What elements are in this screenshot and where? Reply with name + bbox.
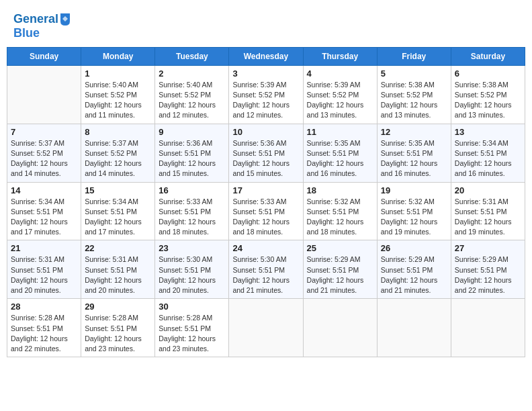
day-info: Sunrise: 5:33 AMSunset: 5:51 PMDaylight:… <box>232 197 299 238</box>
day-number: 7 <box>11 127 77 137</box>
day-number: 26 <box>381 243 447 253</box>
day-number: 17 <box>232 185 299 195</box>
day-number: 1 <box>85 68 151 79</box>
calendar-cell: 24Sunrise: 5:30 AMSunset: 5:51 PMDayligh… <box>229 240 303 299</box>
day-header-tuesday: Tuesday <box>155 47 229 65</box>
day-info: Sunrise: 5:37 AMSunset: 5:52 PMDaylight:… <box>85 138 151 179</box>
day-info: Sunrise: 5:35 AMSunset: 5:51 PMDaylight:… <box>307 138 373 179</box>
day-number: 18 <box>307 185 373 195</box>
calendar-cell: 7Sunrise: 5:37 AMSunset: 5:52 PMDaylight… <box>7 124 81 182</box>
calendar-cell <box>229 299 303 357</box>
day-number: 25 <box>307 243 373 253</box>
day-info: Sunrise: 5:29 AMSunset: 5:51 PMDaylight:… <box>455 255 521 295</box>
day-info: Sunrise: 5:31 AMSunset: 5:51 PMDaylight:… <box>455 197 521 238</box>
calendar-week-row: 7Sunrise: 5:37 AMSunset: 5:52 PMDaylight… <box>7 124 525 182</box>
day-info: Sunrise: 5:34 AMSunset: 5:51 PMDaylight:… <box>455 138 521 179</box>
day-number: 13 <box>455 127 521 137</box>
day-info: Sunrise: 5:40 AMSunset: 5:52 PMDaylight:… <box>159 80 225 121</box>
day-info: Sunrise: 5:34 AMSunset: 5:51 PMDaylight:… <box>11 197 77 238</box>
day-number: 29 <box>85 302 151 312</box>
day-info: Sunrise: 5:30 AMSunset: 5:51 PMDaylight:… <box>232 255 299 295</box>
day-info: Sunrise: 5:39 AMSunset: 5:52 PMDaylight:… <box>307 80 373 121</box>
calendar-cell: 10Sunrise: 5:36 AMSunset: 5:51 PMDayligh… <box>229 124 303 182</box>
day-number: 19 <box>381 185 447 195</box>
day-info: Sunrise: 5:31 AMSunset: 5:51 PMDaylight:… <box>85 255 151 295</box>
day-number: 16 <box>159 185 225 195</box>
day-info: Sunrise: 5:38 AMSunset: 5:52 PMDaylight:… <box>381 80 447 121</box>
day-header-friday: Friday <box>377 47 451 65</box>
calendar-cell: 9Sunrise: 5:36 AMSunset: 5:51 PMDaylight… <box>155 124 229 182</box>
day-number: 2 <box>159 68 225 79</box>
day-info: Sunrise: 5:40 AMSunset: 5:52 PMDaylight:… <box>85 80 151 121</box>
calendar-week-row: 21Sunrise: 5:31 AMSunset: 5:51 PMDayligh… <box>7 240 525 299</box>
day-info: Sunrise: 5:29 AMSunset: 5:51 PMDaylight:… <box>307 255 373 295</box>
calendar-cell: 18Sunrise: 5:32 AMSunset: 5:51 PMDayligh… <box>303 182 377 240</box>
logo-subtext: Blue <box>13 27 71 40</box>
calendar-cell: 13Sunrise: 5:34 AMSunset: 5:51 PMDayligh… <box>451 124 525 182</box>
logo-text: General <box>13 12 71 27</box>
calendar-header-row: SundayMondayTuesdayWednesdayThursdayFrid… <box>7 47 525 65</box>
day-info: Sunrise: 5:31 AMSunset: 5:51 PMDaylight:… <box>11 255 77 295</box>
day-number: 11 <box>307 127 373 137</box>
calendar-cell: 29Sunrise: 5:28 AMSunset: 5:51 PMDayligh… <box>81 299 155 357</box>
calendar-cell: 25Sunrise: 5:29 AMSunset: 5:51 PMDayligh… <box>303 240 377 299</box>
calendar-cell: 22Sunrise: 5:31 AMSunset: 5:51 PMDayligh… <box>81 240 155 299</box>
day-number: 8 <box>85 127 151 137</box>
day-number: 3 <box>232 68 299 79</box>
calendar-cell: 27Sunrise: 5:29 AMSunset: 5:51 PMDayligh… <box>451 240 525 299</box>
calendar-cell: 6Sunrise: 5:38 AMSunset: 5:52 PMDaylight… <box>451 65 525 124</box>
day-info: Sunrise: 5:28 AMSunset: 5:51 PMDaylight:… <box>85 313 151 354</box>
page-header: General Blue <box>7 7 525 42</box>
day-info: Sunrise: 5:34 AMSunset: 5:51 PMDaylight:… <box>85 197 151 238</box>
calendar-week-row: 1Sunrise: 5:40 AMSunset: 5:52 PMDaylight… <box>7 65 525 124</box>
day-number: 6 <box>455 68 521 79</box>
calendar-cell: 11Sunrise: 5:35 AMSunset: 5:51 PMDayligh… <box>303 124 377 182</box>
day-header-saturday: Saturday <box>451 47 525 65</box>
calendar-cell: 12Sunrise: 5:35 AMSunset: 5:51 PMDayligh… <box>377 124 451 182</box>
calendar-cell: 26Sunrise: 5:29 AMSunset: 5:51 PMDayligh… <box>377 240 451 299</box>
day-header-wednesday: Wednesday <box>229 47 303 65</box>
day-number: 9 <box>159 127 225 137</box>
day-info: Sunrise: 5:28 AMSunset: 5:51 PMDaylight:… <box>11 313 77 354</box>
day-header-thursday: Thursday <box>303 47 377 65</box>
calendar-cell: 15Sunrise: 5:34 AMSunset: 5:51 PMDayligh… <box>81 182 155 240</box>
calendar-table: SundayMondayTuesdayWednesdayThursdayFrid… <box>7 47 525 357</box>
day-number: 5 <box>381 68 447 79</box>
day-number: 14 <box>11 185 77 195</box>
day-number: 22 <box>85 243 151 253</box>
day-info: Sunrise: 5:30 AMSunset: 5:51 PMDaylight:… <box>159 255 225 295</box>
day-number: 12 <box>381 127 447 137</box>
day-info: Sunrise: 5:33 AMSunset: 5:51 PMDaylight:… <box>159 197 225 238</box>
calendar-cell: 8Sunrise: 5:37 AMSunset: 5:52 PMDaylight… <box>81 124 155 182</box>
calendar-cell: 20Sunrise: 5:31 AMSunset: 5:51 PMDayligh… <box>451 182 525 240</box>
day-number: 20 <box>455 185 521 195</box>
calendar-cell <box>451 299 525 357</box>
day-info: Sunrise: 5:35 AMSunset: 5:51 PMDaylight:… <box>381 138 447 179</box>
day-number: 10 <box>232 127 299 137</box>
day-info: Sunrise: 5:38 AMSunset: 5:52 PMDaylight:… <box>455 80 521 121</box>
calendar-week-row: 28Sunrise: 5:28 AMSunset: 5:51 PMDayligh… <box>7 299 525 357</box>
calendar-cell <box>377 299 451 357</box>
calendar-cell: 3Sunrise: 5:39 AMSunset: 5:52 PMDaylight… <box>229 65 303 124</box>
day-number: 23 <box>159 243 225 253</box>
calendar-cell: 30Sunrise: 5:28 AMSunset: 5:51 PMDayligh… <box>155 299 229 357</box>
day-number: 15 <box>85 185 151 195</box>
day-number: 4 <box>307 68 373 79</box>
day-info: Sunrise: 5:37 AMSunset: 5:52 PMDaylight:… <box>11 138 77 179</box>
calendar-cell: 19Sunrise: 5:32 AMSunset: 5:51 PMDayligh… <box>377 182 451 240</box>
day-info: Sunrise: 5:32 AMSunset: 5:51 PMDaylight:… <box>307 197 373 238</box>
calendar-week-row: 14Sunrise: 5:34 AMSunset: 5:51 PMDayligh… <box>7 182 525 240</box>
calendar-cell: 1Sunrise: 5:40 AMSunset: 5:52 PMDaylight… <box>81 65 155 124</box>
day-info: Sunrise: 5:29 AMSunset: 5:51 PMDaylight:… <box>381 255 447 295</box>
day-number: 21 <box>11 243 77 253</box>
day-number: 28 <box>11 302 77 312</box>
calendar-cell <box>303 299 377 357</box>
calendar-cell: 23Sunrise: 5:30 AMSunset: 5:51 PMDayligh… <box>155 240 229 299</box>
day-number: 30 <box>159 302 225 312</box>
calendar-cell: 4Sunrise: 5:39 AMSunset: 5:52 PMDaylight… <box>303 65 377 124</box>
day-info: Sunrise: 5:28 AMSunset: 5:51 PMDaylight:… <box>159 313 225 354</box>
calendar-cell: 5Sunrise: 5:38 AMSunset: 5:52 PMDaylight… <box>377 65 451 124</box>
calendar-cell: 21Sunrise: 5:31 AMSunset: 5:51 PMDayligh… <box>7 240 81 299</box>
day-info: Sunrise: 5:36 AMSunset: 5:51 PMDaylight:… <box>159 138 225 179</box>
calendar-cell: 16Sunrise: 5:33 AMSunset: 5:51 PMDayligh… <box>155 182 229 240</box>
